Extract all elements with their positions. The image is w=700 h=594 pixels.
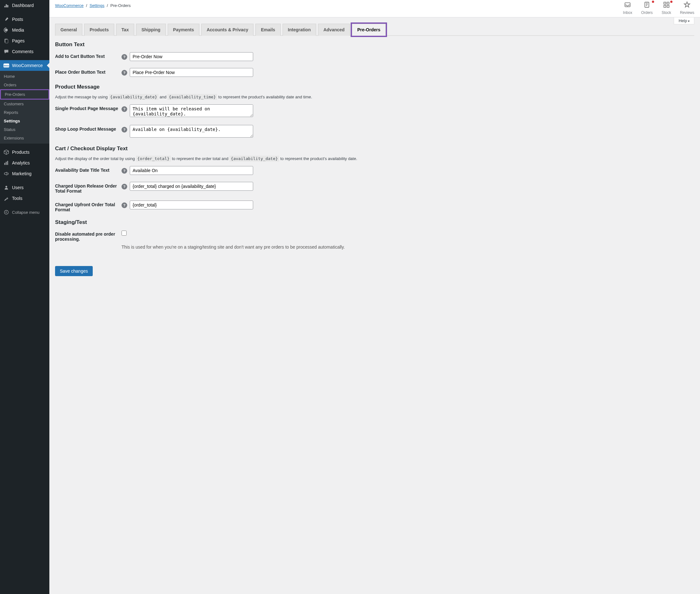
- section-heading-product-message: Product Message: [55, 84, 694, 90]
- stock-icon: [662, 1, 671, 10]
- sidebar-item-label: Products: [12, 150, 29, 155]
- svg-text:woo: woo: [3, 64, 9, 67]
- label-single-product-msg: Single Product Page Message: [55, 104, 122, 111]
- svg-rect-7: [7, 161, 8, 165]
- sidebar-item-marketing[interactable]: Marketing: [0, 168, 50, 179]
- topicon-orders[interactable]: Orders: [641, 1, 653, 15]
- textarea-shop-loop-msg[interactable]: Available on {availability_date}.: [130, 125, 253, 138]
- input-place-order[interactable]: [130, 68, 253, 77]
- tab-products[interactable]: Products: [84, 24, 114, 36]
- sidebar-item-dashboard[interactable]: Dashboard: [0, 0, 50, 11]
- tab-preorders[interactable]: Pre-Orders: [352, 24, 386, 36]
- input-availability-date-title[interactable]: [130, 166, 253, 175]
- input-charged-upfront-format[interactable]: [130, 201, 253, 209]
- topicon-stock[interactable]: Stock: [662, 1, 671, 15]
- help-icon[interactable]: ?: [122, 106, 127, 112]
- submenu-home[interactable]: Home: [0, 72, 50, 81]
- collapse-icon: [3, 209, 9, 215]
- topicon-label: Orders: [641, 10, 653, 15]
- tab-shipping[interactable]: Shipping: [136, 24, 166, 36]
- submenu-extensions[interactable]: Extensions: [0, 134, 50, 142]
- tab-emails[interactable]: Emails: [255, 24, 280, 36]
- tab-advanced[interactable]: Advanced: [318, 24, 350, 36]
- sidebar-item-label: Tools: [12, 196, 23, 201]
- sidebar-item-products[interactable]: Products: [0, 147, 50, 158]
- tab-payments[interactable]: Payments: [168, 24, 199, 36]
- section-heading-staging: Staging/Test: [55, 219, 694, 226]
- breadcrumb-woocommerce[interactable]: WooCommerce: [55, 3, 84, 8]
- woo-icon: woo: [3, 63, 9, 68]
- sidebar-item-analytics[interactable]: Analytics: [0, 158, 50, 168]
- sidebar-item-pages[interactable]: Pages: [0, 35, 50, 46]
- pages-icon: [3, 38, 9, 44]
- sidebar-item-label: Dashboard: [12, 3, 34, 8]
- help-tab[interactable]: Help: [674, 18, 694, 24]
- dashboard-icon: [3, 3, 9, 8]
- save-button[interactable]: Save changes: [55, 266, 93, 276]
- sidebar-collapse[interactable]: Collapse menu: [0, 207, 50, 218]
- token-availability-date: {availability_date}: [229, 156, 279, 162]
- help-icon[interactable]: ?: [122, 202, 127, 208]
- submenu-reports[interactable]: Reports: [0, 108, 50, 117]
- sidebar-item-label: Users: [12, 185, 24, 190]
- token-order-total: {order_total}: [136, 156, 171, 162]
- checkbox-disable-processing[interactable]: [122, 231, 127, 236]
- sidebar-item-media[interactable]: Media: [0, 25, 50, 35]
- sidebar-item-tools[interactable]: Tools: [0, 193, 50, 204]
- sidebar-item-label: Analytics: [12, 160, 30, 165]
- topicon-inbox[interactable]: Inbox: [623, 1, 632, 15]
- help-icon[interactable]: ?: [122, 54, 127, 60]
- chart-icon: [3, 160, 9, 166]
- topbar: WooCommerce / Settings / Pre-Orders Inbo…: [50, 0, 700, 18]
- help-icon[interactable]: ?: [122, 127, 127, 133]
- sidebar-item-users[interactable]: Users: [0, 182, 50, 193]
- submenu-orders[interactable]: Orders: [0, 81, 50, 89]
- sidebar-item-label: Media: [12, 28, 24, 33]
- submenu-preorders[interactable]: Pre-Orders: [0, 89, 50, 100]
- svg-rect-15: [667, 5, 669, 7]
- topicon-reviews[interactable]: Reviews: [680, 1, 694, 15]
- token-availability-time: {availability_time}: [167, 94, 217, 100]
- svg-rect-2: [5, 39, 8, 43]
- settings-tabs: General Products Tax Shipping Payments A…: [55, 24, 694, 36]
- help-icon[interactable]: ?: [122, 184, 127, 190]
- cart-checkout-desc: Adjust the display of the order total by…: [55, 156, 694, 161]
- box-icon: [3, 149, 9, 155]
- help-icon[interactable]: ?: [122, 70, 127, 75]
- tab-general[interactable]: General: [55, 24, 82, 36]
- input-charged-release-format[interactable]: [130, 182, 253, 191]
- label-charged-release-format: Charged Upon Release Order Total Format: [55, 182, 122, 194]
- textarea-single-product-msg[interactable]: This item will be released on {availabil…: [130, 104, 253, 117]
- tab-integration[interactable]: Integration: [283, 24, 316, 36]
- notification-dot: [652, 1, 654, 3]
- svg-rect-13: [667, 2, 669, 4]
- tab-accounts-privacy[interactable]: Accounts & Privacy: [201, 24, 254, 36]
- submenu-settings[interactable]: Settings: [0, 117, 50, 125]
- media-icon: [3, 27, 9, 33]
- user-icon: [3, 185, 9, 190]
- breadcrumb-settings[interactable]: Settings: [90, 3, 104, 8]
- sidebar-item-label: Pages: [12, 38, 25, 43]
- admin-sidebar: Dashboard Posts Media Pages Comments woo…: [0, 0, 50, 594]
- sidebar-item-posts[interactable]: Posts: [0, 14, 50, 25]
- token-availability-date: {availability_date}: [109, 94, 159, 100]
- tab-tax[interactable]: Tax: [116, 24, 134, 36]
- sidebar-item-label: Marketing: [12, 171, 31, 176]
- breadcrumb-current: Pre-Orders: [110, 3, 131, 8]
- topicon-label: Inbox: [623, 10, 632, 15]
- inbox-icon: [623, 1, 632, 10]
- help-icon[interactable]: ?: [122, 168, 127, 174]
- orders-icon: [641, 1, 653, 10]
- svg-rect-14: [664, 5, 666, 7]
- sidebar-item-woocommerce[interactable]: woo WooCommerce: [0, 60, 50, 71]
- topicon-label: Reviews: [680, 10, 694, 15]
- submenu-customers[interactable]: Customers: [0, 100, 50, 108]
- sidebar-item-comments[interactable]: Comments: [0, 46, 50, 57]
- input-add-to-cart[interactable]: [130, 52, 253, 61]
- comment-icon: [3, 49, 9, 55]
- submenu-status[interactable]: Status: [0, 125, 50, 134]
- sidebar-item-label: Comments: [12, 49, 34, 54]
- sidebar-item-label: Posts: [12, 17, 23, 22]
- activity-panel: Inbox Orders Stock Reviews: [623, 0, 694, 15]
- breadcrumb: WooCommerce / Settings / Pre-Orders: [55, 0, 131, 8]
